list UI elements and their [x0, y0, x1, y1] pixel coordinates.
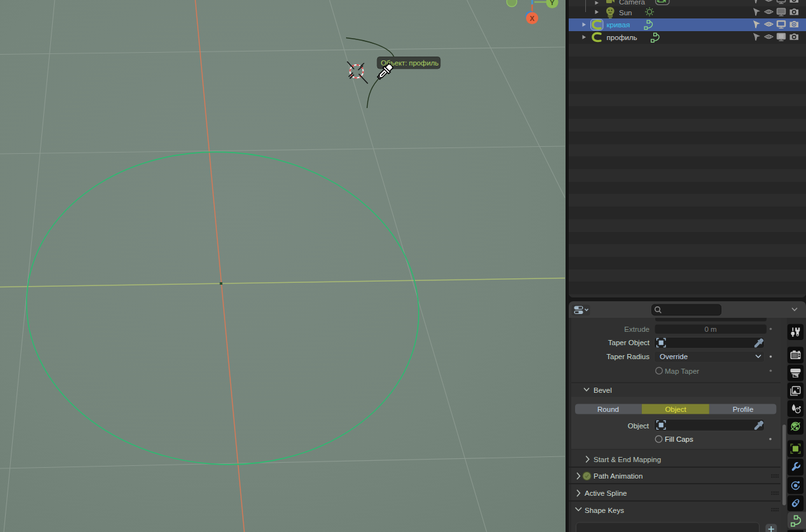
svg-text:Fill Caps: Fill Caps: [665, 435, 693, 443]
svg-text:Path Animation: Path Animation: [594, 472, 643, 480]
svg-text:X: X: [530, 15, 535, 22]
svg-text:Shape Keys: Shape Keys: [585, 507, 624, 514]
svg-text:Extrude: Extrude: [624, 325, 650, 333]
svg-text:Profile: Profile: [733, 406, 754, 413]
svg-text:Sun: Sun: [619, 9, 632, 17]
svg-text:Camera: Camera: [619, 0, 646, 6]
svg-text:Object: Object: [665, 406, 686, 413]
svg-text:Override: Override: [660, 353, 688, 360]
svg-text:кривая: кривая: [607, 20, 630, 29]
svg-text:0 m: 0 m: [704, 325, 716, 333]
svg-text:Object: Object: [628, 422, 650, 430]
svg-text:Taper Radius: Taper Radius: [606, 353, 650, 360]
svg-text:Bevel: Bevel: [594, 386, 612, 394]
svg-text:Y: Y: [550, 0, 555, 6]
svg-text:Round: Round: [597, 406, 619, 413]
svg-text:профиль: профиль: [607, 33, 637, 41]
svg-text:Map Taper: Map Taper: [665, 367, 699, 375]
svg-text:Active Spline: Active Spline: [585, 489, 627, 497]
svg-text:Start & End Mapping: Start & End Mapping: [594, 456, 661, 463]
svg-text:Taper Object: Taper Object: [608, 339, 650, 346]
